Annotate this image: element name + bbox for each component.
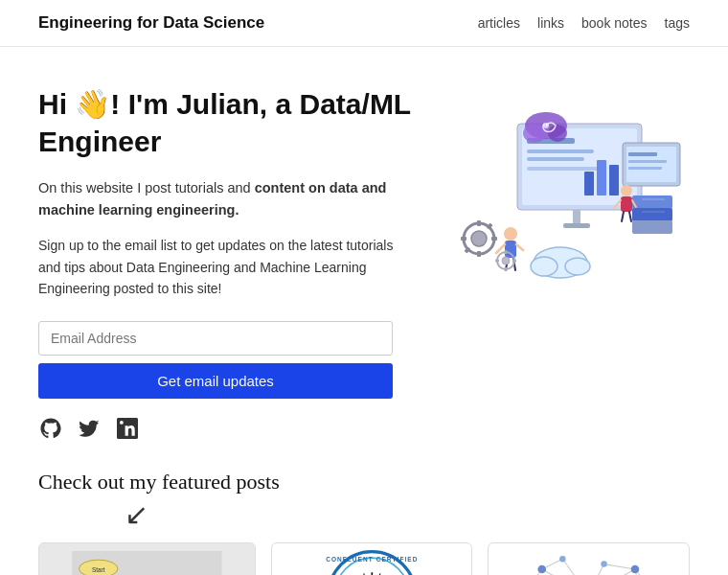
hero-description: On this website I post tutorials and con… (38, 177, 412, 221)
svg-point-27 (621, 185, 632, 196)
svg-rect-16 (632, 196, 672, 209)
main-content: Hi 👋! I'm Julian, a Data/ML Engineer On … (0, 47, 728, 575)
svg-rect-3 (527, 150, 594, 153)
nav-links[interactable]: links (537, 15, 564, 31)
svg-rect-10 (563, 223, 590, 228)
svg-rect-35 (477, 220, 481, 226)
svg-rect-37 (491, 237, 497, 241)
site-header: Engineering for Data Science articles li… (0, 0, 728, 47)
svg-line-32 (629, 212, 631, 221)
svg-point-34 (471, 231, 487, 246)
svg-rect-17 (632, 208, 672, 221)
svg-point-109 (602, 561, 607, 566)
twitter-icon[interactable] (77, 416, 102, 441)
featured-heading: Check out my featured posts (38, 470, 690, 494)
flowchart-illustration: Start Process A Decision Process B Outpu… (47, 551, 247, 575)
svg-point-52 (548, 125, 567, 142)
svg-rect-12 (626, 147, 676, 182)
svg-point-110 (559, 556, 565, 562)
svg-rect-89 (501, 543, 677, 575)
svg-point-53 (543, 123, 549, 128)
hero-left: Hi 👋! I'm Julian, a Data/ML Engineer On … (38, 85, 412, 441)
svg-rect-8 (609, 165, 619, 196)
svg-rect-4 (527, 157, 584, 161)
svg-rect-13 (628, 152, 657, 156)
svg-rect-15 (628, 167, 662, 170)
svg-rect-45 (512, 260, 516, 263)
svg-rect-38 (461, 237, 466, 241)
svg-point-105 (538, 564, 547, 573)
nav-tags[interactable]: tags (665, 15, 690, 31)
arrow-down-icon: ↙ (125, 500, 690, 529)
cards-row: Start Process A Decision Process B Outpu… (38, 542, 690, 575)
network-illustration (489, 543, 689, 575)
badge-illustration: CONFLUENT CERTIFIED DEVELOPER (272, 543, 472, 575)
svg-point-42 (502, 257, 510, 264)
svg-rect-44 (505, 267, 508, 271)
nav-articles[interactable]: articles (478, 15, 520, 31)
svg-text:Start: Start (92, 566, 105, 573)
hero-sub: Sign up to the email list to get updates… (38, 235, 412, 299)
svg-point-21 (504, 227, 517, 241)
svg-text:CONFLUENT CERTIFIED: CONFLUENT CERTIFIED (326, 556, 418, 563)
main-nav: articles links book notes tags (478, 15, 690, 31)
hero-heading: Hi 👋! I'm Julian, a Data/ML Engineer (38, 85, 412, 160)
hero-desc-plain: On this website I post tutorials and (38, 180, 255, 196)
svg-point-49 (565, 258, 590, 275)
hero-illustration (431, 85, 690, 287)
svg-rect-36 (477, 251, 481, 257)
svg-point-106 (631, 564, 640, 573)
featured-card-2[interactable]: CONFLUENT CERTIFIED DEVELOPER (271, 542, 473, 575)
featured-section: Check out my featured posts ↙ Start Proc… (38, 470, 690, 575)
svg-line-24 (516, 244, 523, 250)
svg-rect-22 (505, 241, 516, 258)
featured-card-3[interactable] (488, 542, 690, 575)
svg-rect-5 (527, 167, 603, 171)
email-submit-button[interactable]: Get email updates (38, 363, 393, 399)
svg-rect-43 (505, 250, 508, 254)
svg-rect-9 (573, 210, 580, 225)
svg-rect-18 (632, 220, 672, 234)
site-title: Engineering for Data Science (38, 13, 264, 33)
email-input[interactable] (38, 321, 393, 356)
github-icon[interactable] (38, 416, 63, 441)
svg-rect-6 (584, 172, 594, 196)
linkedin-icon[interactable] (115, 416, 140, 441)
featured-card-1[interactable]: Start Process A Decision Process B Outpu… (38, 542, 256, 575)
svg-point-48 (531, 257, 557, 276)
illustration-svg (431, 85, 690, 287)
social-icons-row (38, 416, 412, 441)
svg-rect-7 (597, 160, 606, 196)
hero-section: Hi 👋! I'm Julian, a Data/ML Engineer On … (38, 85, 690, 441)
email-form: Get email updates (38, 321, 393, 399)
svg-rect-46 (495, 260, 499, 263)
svg-rect-14 (628, 160, 667, 163)
nav-book-notes[interactable]: book notes (581, 15, 648, 31)
svg-line-31 (622, 212, 624, 221)
svg-rect-28 (621, 196, 632, 212)
